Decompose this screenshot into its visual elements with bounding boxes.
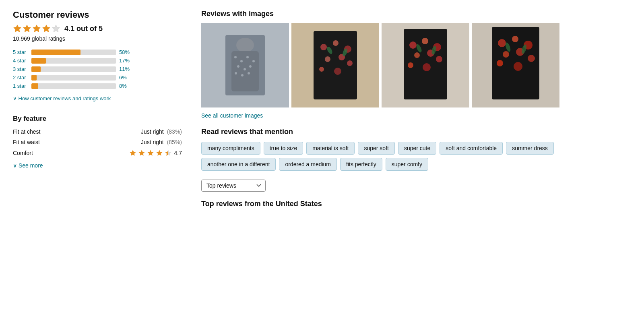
mention-tag[interactable]: summer dress [506,142,554,155]
comfort-label: Comfort [13,150,33,156]
mention-tag[interactable]: super cute [398,142,436,155]
svg-marker-1 [23,25,31,32]
svg-point-35 [347,60,353,66]
review-image-4[interactable] [472,23,559,107]
svg-marker-4 [52,25,60,32]
rating-bar-label: 1 star [13,83,28,89]
svg-point-29 [333,40,339,46]
feature-pct: (85%) [167,139,182,145]
rating-bar-pct: 17% [119,58,132,64]
svg-point-25 [248,72,250,74]
comfort-stars: 4.7 [129,149,182,157]
svg-marker-5 [130,150,136,156]
rating-bar-row[interactable]: 4 star17% [13,58,182,64]
sort-row: Top reviewsMost recent [201,180,631,192]
svg-point-17 [240,60,243,62]
mention-tag[interactable]: many compliments [201,142,260,155]
svg-point-57 [497,60,503,66]
feature-value: Just right [141,128,165,135]
rating-bar-fill [31,66,41,72]
feature-value-wrap: Just right (85%) [141,139,182,145]
review-image-1[interactable] [201,23,289,107]
svg-point-34 [334,68,341,75]
svg-point-45 [408,62,413,68]
feature-rows: Fit at chestJust right (83%)Fit at waist… [13,128,182,145]
svg-point-18 [246,56,249,58]
svg-point-55 [503,51,509,58]
mention-tag[interactable]: another one in a different [201,158,276,171]
mention-tag[interactable]: soft and comfortable [440,142,503,155]
rating-bar-row[interactable]: 3 star11% [13,66,182,72]
review-images-row [201,23,631,107]
rating-bar-fill [31,58,46,64]
rating-bar-track [31,50,116,55]
rating-bars: 5 star58%4 star17%3 star11%2 star6%1 sta… [13,49,182,89]
review-image-3[interactable] [382,23,469,107]
rating-bar-track [31,83,116,89]
mention-tag[interactable]: super soft [358,142,394,155]
feature-row: Fit at waistJust right (85%) [13,139,182,145]
see-more-link[interactable]: ∨ See more [13,162,43,169]
svg-point-21 [244,68,246,70]
customer-reviews-title: Customer reviews [13,10,182,20]
feature-pct: (83%) [167,128,182,135]
feature-value: Just right [141,139,165,145]
rating-bar-row[interactable]: 1 star8% [13,83,182,89]
rating-bar-pct: 58% [119,49,132,55]
svg-point-53 [512,36,518,42]
svg-point-33 [319,67,324,72]
overall-stars [13,24,60,33]
review-image-2[interactable] [291,23,379,107]
svg-marker-0 [14,25,21,32]
top-reviews-title: Top reviews from the United States [201,200,631,208]
svg-point-24 [241,74,244,76]
rating-bar-fill [31,83,38,89]
feature-name: Fit at waist [13,139,40,145]
svg-marker-2 [33,25,40,32]
feature-value-wrap: Just right (83%) [141,128,182,135]
svg-point-47 [436,56,442,62]
rating-bar-label: 3 star [13,66,28,72]
rating-bar-label: 5 star [13,49,28,55]
svg-point-19 [252,60,255,62]
rating-bar-label: 4 star [13,58,28,64]
overall-rating-row: 4.1 out of 5 [13,24,182,33]
svg-point-20 [237,65,239,68]
svg-point-52 [498,39,506,47]
svg-point-16 [234,56,237,58]
rating-bar-pct: 11% [119,66,132,72]
mention-tag[interactable]: ordered a medium [279,158,337,171]
mention-tag[interactable]: true to size [264,142,303,155]
mention-tag[interactable]: super comfy [386,158,428,171]
svg-point-23 [235,72,237,74]
left-column: Customer reviews 4.1 out of 5 10,969 glo… [13,10,182,211]
rating-bar-track [31,75,116,81]
how-ratings-link[interactable]: ∨ How customer reviews and ratings work [13,95,182,101]
right-column: Reviews with images [201,10,631,211]
see-all-images-link[interactable]: See all customer images [201,112,631,119]
rating-bar-row[interactable]: 5 star58% [13,49,182,55]
svg-point-31 [325,56,330,62]
svg-point-40 [409,41,417,49]
rating-bar-row[interactable]: 2 star6% [13,74,182,81]
divider [13,108,182,108]
feature-name: Fit at chest [13,128,40,135]
overall-rating-text: 4.1 out of 5 [64,25,103,33]
mention-tag[interactable]: fits perfectly [340,158,382,171]
svg-point-28 [320,44,327,50]
sort-select[interactable]: Top reviewsMost recent [201,180,266,192]
svg-point-43 [414,52,420,58]
svg-point-22 [249,65,252,68]
mention-tags: many complimentstrue to sizematerial is … [201,142,631,171]
rating-bar-fill [31,75,37,81]
rating-bar-track [31,66,116,72]
svg-point-46 [423,63,431,71]
read-reviews-title: Read reviews that mention [201,128,631,136]
rating-bar-label: 2 star [13,74,28,81]
feature-row: Fit at chestJust right (83%) [13,128,182,135]
svg-point-59 [528,55,535,62]
rating-bar-pct: 6% [119,74,132,81]
svg-point-41 [422,38,428,44]
reviews-with-images-title: Reviews with images [201,10,631,18]
mention-tag[interactable]: material is soft [306,142,355,155]
